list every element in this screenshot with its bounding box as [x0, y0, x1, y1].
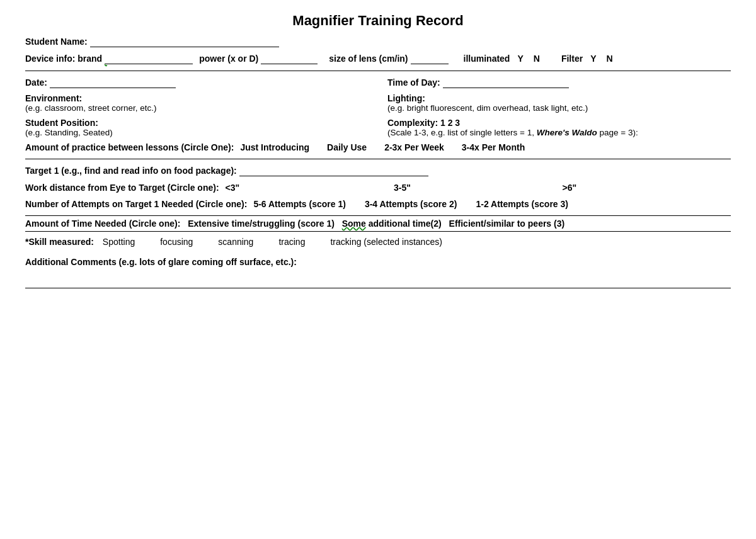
- env-lighting-row: Environment: (e.g. classroom, street cor…: [25, 93, 731, 113]
- complexity-italic: Where's Waldo: [537, 128, 597, 137]
- illuminated-y: Y: [517, 54, 523, 64]
- illuminated-n: N: [534, 54, 540, 64]
- target1-row: Target 1 (e.g., find and read info on fo…: [25, 166, 731, 176]
- top-divider: [25, 71, 731, 71]
- time-col: Time of Day:: [381, 77, 731, 88]
- student-name-field[interactable]: [90, 37, 279, 47]
- filter-label: Filter: [561, 54, 583, 64]
- illuminated-label: illuminated: [464, 54, 510, 64]
- distance-opt-3: >6": [563, 183, 731, 193]
- environment-sub: (e.g. classroom, street corner, etc.): [25, 103, 369, 113]
- practice-opt-3: 2-3x Per Week: [384, 142, 444, 152]
- practice-options: Just Introducing Daily Use 2-3x Per Week…: [240, 142, 525, 152]
- skill-options: Spotting focusing scanning tracing track…: [103, 237, 442, 247]
- skill-row: *Skill measured: Spotting focusing scann…: [25, 237, 731, 247]
- size-field[interactable]: [411, 54, 449, 64]
- distance-opt-1: <3": [226, 183, 394, 193]
- complexity-sub2: page = 3):: [597, 128, 638, 137]
- time-label: Time of Day:: [387, 77, 440, 88]
- page-title: Magnifier Training Record: [25, 13, 731, 29]
- practice-opt-4: 3-4x Per Month: [462, 142, 525, 152]
- complexity-sub: (Scale 1-3, e.g. list of single letters …: [387, 128, 731, 137]
- additional-comments-label: Additional Comments (e.g. lots of glare …: [25, 257, 297, 267]
- skill-opt-2: focusing: [160, 237, 193, 247]
- complexity-sub-text: (Scale 1-3, e.g. list of single letters …: [387, 128, 537, 137]
- power-field[interactable]: [261, 54, 318, 64]
- lighting-col: Lighting: (e.g. bright fluorescent, dim …: [381, 93, 731, 113]
- student-name-label: Student Name:: [25, 37, 88, 47]
- additional-comments-field[interactable]: [25, 271, 731, 288]
- device-info-row: Device info: brand power (x or D) size o…: [25, 54, 731, 64]
- attempts-opt-3: 1-2 Attempts (score 3): [476, 199, 568, 209]
- practice-label: Amount of practice between lessons (Circ…: [25, 142, 234, 152]
- environment-label: Environment:: [25, 93, 369, 103]
- middle-divider: [25, 159, 731, 159]
- practice-opt-1: Just Introducing: [240, 142, 309, 152]
- size-label: size of lens (cm/in): [329, 54, 408, 64]
- filter-y: Y: [590, 54, 596, 64]
- device-info-label: Device info: brand: [25, 54, 102, 64]
- attempts-opt-2: 3-4 Attempts (score 2): [365, 199, 457, 209]
- work-distance-label: Work distance from Eye to Target (Circle…: [25, 183, 219, 193]
- practice-opt-2: Daily Use: [327, 142, 367, 152]
- attempts-opt-1: 5-6 Attempts (score 1): [253, 199, 346, 209]
- attempts-label: Number of Attempts on Target 1 Needed (C…: [25, 199, 247, 209]
- complexity-col: Complexity: 1 2 3 (Scale 1-3, e.g. list …: [381, 118, 731, 137]
- attempts-row: Number of Attempts on Target 1 Needed (C…: [25, 199, 731, 209]
- power-label: power (x or D): [199, 54, 258, 64]
- skill-opt-3: scanning: [218, 237, 253, 247]
- lighting-label: Lighting:: [387, 93, 731, 103]
- skill-opt-1: Spotting: [103, 237, 135, 247]
- position-col: Student Position: (e.g. Standing, Seated…: [25, 118, 381, 137]
- additional-comments: Additional Comments (e.g. lots of glare …: [25, 257, 731, 288]
- time-needed-label: Amount of Time Needed (Circle one):: [25, 218, 180, 229]
- student-name-row: Student Name:: [25, 37, 731, 47]
- main-content: Date: Time of Day: Environment: (e.g. cl…: [25, 77, 731, 152]
- time-opt-2: additional time(2): [366, 218, 442, 229]
- time-row: Amount of Time Needed (Circle one): Exte…: [25, 215, 731, 232]
- position-complexity-row: Student Position: (e.g. Standing, Seated…: [25, 118, 731, 137]
- time-opt-3: Efficient/similar to peers (3): [449, 218, 565, 229]
- date-label: Date:: [25, 77, 47, 88]
- brand-field[interactable]: [105, 54, 193, 64]
- distance-options: <3" 3-5" >6": [226, 183, 731, 193]
- target1-field[interactable]: [239, 166, 428, 176]
- date-col: Date:: [25, 77, 381, 88]
- skill-opt-4: tracing: [278, 237, 305, 247]
- date-time-row: Date: Time of Day:: [25, 77, 731, 88]
- attempts-options: 5-6 Attempts (score 1) 3-4 Attempts (sco…: [253, 199, 568, 209]
- skill-label: *Skill measured:: [25, 237, 94, 247]
- time-field[interactable]: [443, 77, 569, 88]
- time-opt-1: Extensive time/struggling (score 1): [188, 218, 335, 229]
- lighting-sub: (e.g. bright fluorescent, dim overhead, …: [387, 103, 731, 113]
- work-distance-row: Work distance from Eye to Target (Circle…: [25, 183, 731, 193]
- position-label: Student Position:: [25, 118, 369, 128]
- target1-label: Target 1 (e.g., find and read info on fo…: [25, 166, 237, 176]
- date-field[interactable]: [50, 77, 176, 88]
- position-sub: (e.g. Standing, Seated): [25, 128, 369, 137]
- distance-opt-2: 3-5": [394, 183, 562, 193]
- practice-row: Amount of practice between lessons (Circ…: [25, 142, 731, 152]
- filter-n: N: [606, 54, 612, 64]
- target-section: Target 1 (e.g., find and read info on fo…: [25, 166, 731, 288]
- skill-opt-5: tracking (selected instances): [330, 237, 442, 247]
- complexity-label: Complexity: 1 2 3: [387, 118, 731, 128]
- time-opt-some: Some: [342, 218, 366, 229]
- environment-col: Environment: (e.g. classroom, street cor…: [25, 93, 381, 113]
